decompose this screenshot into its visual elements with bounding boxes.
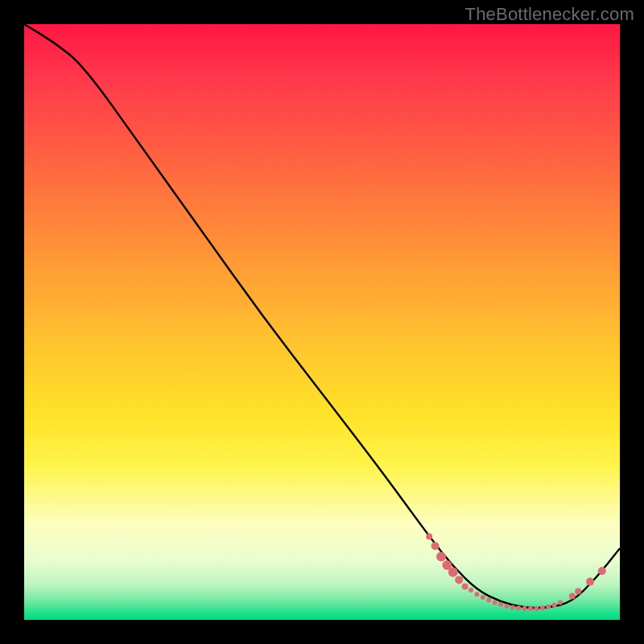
marker-dot bbox=[462, 584, 469, 590]
marker-dot bbox=[569, 592, 576, 599]
marker-dot bbox=[586, 578, 594, 586]
marker-dot bbox=[436, 552, 446, 562]
marker-dot bbox=[504, 604, 509, 609]
watermark-text: TheBottlenecker.com bbox=[465, 4, 634, 25]
marker-dot bbox=[448, 568, 458, 577]
marker-dot bbox=[575, 588, 581, 595]
marker-dot bbox=[498, 602, 503, 607]
marker-dot bbox=[528, 606, 533, 611]
marker-dot bbox=[493, 601, 497, 605]
chart-svg-layer bbox=[24, 24, 620, 620]
marker-dot bbox=[431, 542, 440, 550]
marker-dot bbox=[474, 592, 479, 597]
marker-dot bbox=[546, 605, 551, 609]
marker-dot bbox=[510, 605, 515, 610]
marker-dot bbox=[481, 595, 485, 600]
marker-dot bbox=[469, 588, 473, 592]
marker-dot bbox=[486, 598, 491, 603]
plot-area bbox=[24, 24, 620, 620]
marker-dot bbox=[552, 603, 557, 608]
curve-path bbox=[24, 24, 620, 608]
marker-dot bbox=[540, 605, 545, 610]
marker-dot bbox=[522, 606, 527, 611]
marker-dot bbox=[455, 576, 463, 584]
marker-dot bbox=[426, 533, 432, 539]
marker-dot bbox=[534, 606, 539, 611]
marker-dot bbox=[598, 567, 606, 575]
curve-line bbox=[24, 24, 620, 608]
chart-frame: TheBottlenecker.com bbox=[0, 0, 644, 644]
marker-dots bbox=[426, 533, 606, 611]
marker-dot bbox=[516, 605, 521, 610]
marker-dot bbox=[558, 601, 563, 605]
